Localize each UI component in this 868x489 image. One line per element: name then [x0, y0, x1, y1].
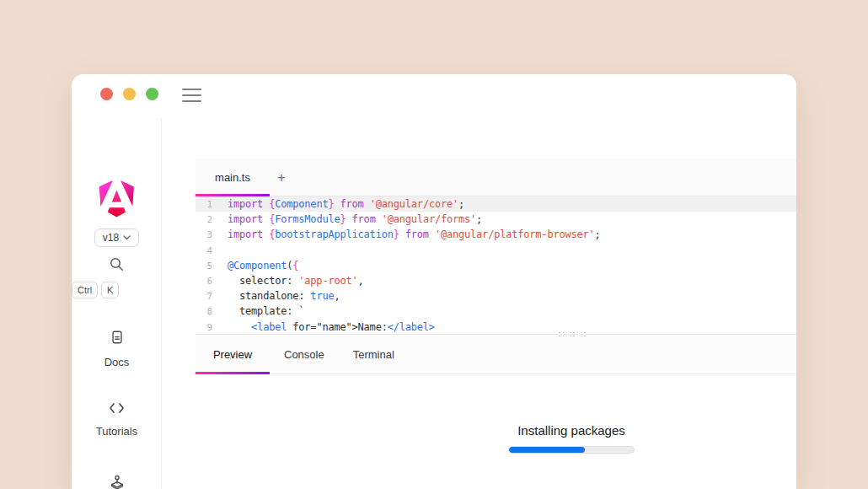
- panel-tab-console[interactable]: Console: [270, 335, 339, 373]
- editor-tabbar: main.ts +: [196, 159, 796, 196]
- version-selector[interactable]: v18: [94, 228, 139, 247]
- line-number: 3: [196, 228, 212, 243]
- line-code: import {bootstrapApplication} from '@ang…: [228, 228, 601, 240]
- tab-main-ts[interactable]: main.ts: [196, 159, 270, 196]
- code-line-6[interactable]: 6 selector: 'app-root',: [196, 273, 796, 288]
- document-icon: [110, 330, 125, 348]
- window-controls: [100, 88, 158, 100]
- new-file-button[interactable]: +: [274, 159, 289, 196]
- sidebar-item-docs[interactable]: Docs: [72, 330, 162, 368]
- search-icon: [110, 257, 124, 271]
- code-line-7[interactable]: 7 standalone: true,: [196, 288, 796, 304]
- search-shortcut: CtrlK: [72, 282, 162, 298]
- progress-fill: [509, 447, 585, 453]
- code-line-9[interactable]: 9 <label for="name">Name:</label>: [196, 320, 796, 335]
- version-label: v18: [103, 232, 119, 244]
- zoom-window-button[interactable]: [146, 88, 158, 100]
- joystick-icon: [109, 475, 126, 489]
- app-window: v18 CtrlK DocsTutorialsPlayground main.t…: [72, 74, 796, 489]
- hamburger-menu-icon[interactable]: [182, 89, 201, 106]
- line-number: 7: [196, 289, 212, 304]
- code-line-3[interactable]: 3import {bootstrapApplication} from '@an…: [196, 227, 796, 242]
- sidebar-item-playground[interactable]: Playground: [72, 475, 162, 489]
- minimize-window-button[interactable]: [123, 88, 136, 100]
- tab-label: main.ts: [215, 171, 250, 184]
- key-k: K: [101, 282, 119, 298]
- chevron-down-icon: [123, 235, 131, 240]
- code-line-8[interactable]: 8 template: `: [196, 304, 796, 319]
- sidebar-item-label: Tutorials: [96, 425, 137, 438]
- line-code: @Component({: [228, 260, 298, 271]
- code-line-4[interactable]: 4: [196, 243, 796, 258]
- panel-tab-preview[interactable]: Preview: [196, 335, 270, 373]
- sidebar-item-tutorials[interactable]: Tutorials: [72, 402, 162, 438]
- code-editor[interactable]: 1import {Component} from '@angular/core'…: [196, 196, 796, 334]
- line-number: 6: [196, 274, 212, 289]
- line-number: 1: [196, 197, 212, 212]
- line-code: selector: 'app-root',: [228, 275, 364, 287]
- panel-tab-terminal[interactable]: Terminal: [339, 335, 409, 373]
- search-button[interactable]: [72, 257, 162, 271]
- main-area: main.ts + 1import {Component} from '@ang…: [196, 159, 796, 489]
- preview-pane: Installing packages: [196, 374, 796, 489]
- line-number: 4: [196, 244, 212, 259]
- code-brackets-icon: [109, 402, 125, 417]
- line-number: 8: [196, 304, 212, 320]
- line-code: <label for="name">Name:</label>: [228, 321, 435, 333]
- panel-tabbar: PreviewConsoleTerminal: [196, 334, 796, 374]
- line-number: 5: [196, 259, 212, 274]
- code-line-5[interactable]: 5@Component({: [196, 258, 796, 273]
- loading-text: Installing packages: [508, 423, 635, 438]
- key-ctrl: Ctrl: [72, 282, 98, 298]
- line-number: 9: [196, 320, 212, 335]
- line-code: standalone: true,: [228, 290, 340, 302]
- panel-resize-handle[interactable]: [559, 331, 586, 337]
- line-code: template: `: [228, 305, 304, 317]
- line-code: import {FormsModule} from '@angular/form…: [228, 213, 482, 225]
- sidebar: v18 CtrlK DocsTutorialsPlayground: [72, 118, 162, 489]
- code-line-2[interactable]: 2import {FormsModule} from '@angular/for…: [196, 212, 796, 227]
- sidebar-item-label: Docs: [104, 356, 130, 368]
- progress-bar: [508, 446, 635, 454]
- close-window-button[interactable]: [100, 88, 113, 100]
- line-code: import {Component} from '@angular/core';: [228, 198, 464, 210]
- loading-status: Installing packages: [508, 423, 635, 454]
- code-line-1[interactable]: 1import {Component} from '@angular/core'…: [196, 196, 796, 212]
- line-number: 2: [196, 212, 212, 228]
- angular-logo[interactable]: [72, 180, 162, 218]
